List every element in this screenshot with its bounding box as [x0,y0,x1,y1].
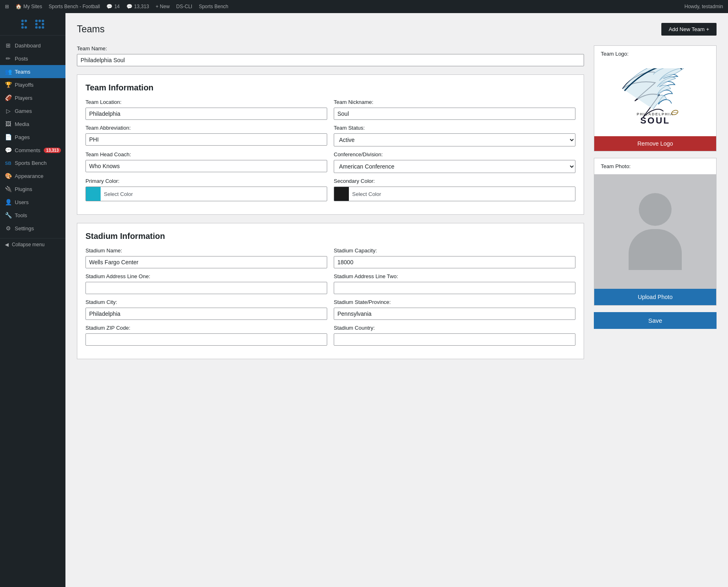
ds-cli[interactable]: DS-CLI [176,4,192,9]
sidebar-logo [0,13,65,36]
sidebar-item-label: Plugins [15,186,32,192]
avatar-body [629,229,682,270]
sidebar-item-teams[interactable]: 👥 Teams [0,65,65,78]
secondary-color-picker[interactable]: Select Color [334,187,575,201]
howdy-text: Howdy, testadmin [685,4,723,9]
team-abbreviation-group: Team Abbreviation: [85,125,327,146]
stadium-city-label: Stadium City: [85,299,327,305]
secondary-color-label: Secondary Color: [334,178,575,184]
main-content: Teams Add New Team + Team Name: Team Inf… [65,13,728,587]
team-name-section: Team Name: [77,45,584,66]
stadium-zip-input[interactable] [85,333,327,346]
sidebar-item-games[interactable]: ▷ Games [0,104,65,117]
sidebar-item-label: Playoffs [15,82,34,88]
team-abbreviation-label: Team Abbreviation: [85,125,327,131]
main-form: Team Name: Team Information Team Locatio… [77,45,584,367]
secondary-color-select-label[interactable]: Select Color [349,191,575,197]
comments-icon: 💬 [5,147,11,153]
stadium-address2-label: Stadium Address Line Two: [334,273,575,279]
sidebar-item-playoffs[interactable]: 🏆 Playoffs [0,78,65,91]
team-head-coach-label: Team Head Coach: [85,151,327,157]
conference-division-select[interactable]: American Conference National Conference [334,160,575,173]
sidebar-item-pages[interactable]: 📄 Pages [0,130,65,144]
stadium-info-section: Stadium Information Stadium Name: Stadiu… [77,223,584,359]
sidebar-item-sports-bench[interactable]: SB Sports Bench [0,157,65,169]
stadium-address1-input[interactable] [85,282,327,294]
stadium-zip-group: Stadium ZIP Code: [85,325,327,346]
updates[interactable]: 💬 13,313 [126,4,149,9]
plugins-icon: 🔌 [5,186,11,192]
stadium-city-input[interactable] [85,308,327,320]
team-status-select[interactable]: Active Inactive [334,133,575,146]
stadium-capacity-group: Stadium Capacity: [334,247,575,268]
photo-placeholder [629,193,682,270]
sidebar-item-plugins[interactable]: 🔌 Plugins [0,182,65,196]
comment-icon: 💬 [106,4,112,9]
pages-icon: 📄 [5,134,11,140]
stadium-country-label: Stadium Country: [334,325,575,331]
stadium-name-label: Stadium Name: [85,247,327,254]
stadium-state-input[interactable] [334,308,575,320]
stadium-address1-group: Stadium Address Line One: [85,273,327,294]
primary-color-select-label[interactable]: Select Color [101,191,327,197]
add-new-team-button[interactable]: Add New Team + [661,23,717,36]
upload-photo-button[interactable]: Upload Photo [594,289,716,305]
team-logo-panel: Team Logo: [594,45,717,151]
sidebar-item-settings[interactable]: ⚙ Settings [0,222,65,235]
team-abbreviation-input[interactable] [85,133,327,146]
save-button[interactable]: Save [594,312,717,329]
comment-count[interactable]: 💬 14 [106,4,119,9]
team-location-input[interactable] [85,108,327,120]
collapse-icon: ◀ [5,242,9,247]
primary-color-swatch[interactable] [86,187,101,201]
sports-bench-link[interactable]: Sports Bench [199,4,228,9]
team-nickname-input[interactable] [334,108,575,120]
team-status-label: Team Status: [334,125,575,131]
sidebar-item-label: Games [15,108,32,114]
sidebar-panel: Team Logo: [594,45,717,329]
new-item[interactable]: + New [155,4,169,9]
sidebar-item-posts[interactable]: ✏ Posts [0,52,65,65]
team-head-coach-input[interactable] [85,160,327,172]
sidebar-item-tools[interactable]: 🔧 Tools [0,209,65,222]
sidebar-item-players[interactable]: 🏈 Players [0,91,65,104]
team-location-group: Team Location: [85,99,327,120]
secondary-color-swatch[interactable] [334,187,349,201]
stadium-address-row: Stadium Address Line One: Stadium Addres… [85,273,575,294]
tools-icon: 🔧 [5,212,11,218]
stadium-capacity-input[interactable] [334,256,575,268]
collapse-menu[interactable]: ◀ Collapse menu [0,238,65,251]
team-photo-panel: Team Photo: Upload Photo [594,158,717,306]
sidebar-item-label: Pages [15,134,30,140]
collapse-label: Collapse menu [12,242,45,247]
sidebar-item-label: Teams [15,69,30,75]
my-sites[interactable]: 🏠 My Sites [16,4,42,9]
stadium-address2-input[interactable] [334,282,575,294]
team-location-nickname-row: Team Location: Team Nickname: [85,99,575,120]
team-head-coach-group: Team Head Coach: [85,151,327,173]
sidebar-item-users[interactable]: 👤 Users [0,196,65,209]
primary-color-picker[interactable]: Select Color [85,187,327,201]
sidebar-item-label: Comments [15,147,40,153]
sidebar-item-comments[interactable]: 💬 Comments 13,313 [0,144,65,157]
stadium-country-group: Stadium Country: [334,325,575,346]
team-logo-label: Team Logo: [594,46,716,62]
sidebar-item-media[interactable]: 🖼 Media [0,117,65,130]
team-photo-display [594,174,716,289]
wp-logo[interactable]: ⊞ [5,4,9,9]
stadium-name-input[interactable] [85,256,327,268]
sidebar-menu: ⊞ Dashboard ✏ Posts 👥 Teams 🏆 Playoffs 🏈… [0,36,65,254]
posts-icon: ✏ [5,55,11,62]
stadium-country-input[interactable] [334,333,575,346]
media-icon: 🖼 [5,121,11,127]
games-icon: ▷ [5,108,11,114]
team-name-input[interactable] [77,54,584,66]
site-name[interactable]: Sports Bench - Football [49,4,100,9]
sidebar-item-dashboard[interactable]: ⊞ Dashboard [0,39,65,52]
remove-logo-button[interactable]: Remove Logo [594,136,716,151]
team-name-label: Team Name: [77,45,584,52]
sidebar-item-appearance[interactable]: 🎨 Appearance [0,169,65,182]
stadium-capacity-label: Stadium Capacity: [334,247,575,254]
team-info-title: Team Information [85,83,575,92]
sidebar-item-label: Tools [15,212,27,218]
